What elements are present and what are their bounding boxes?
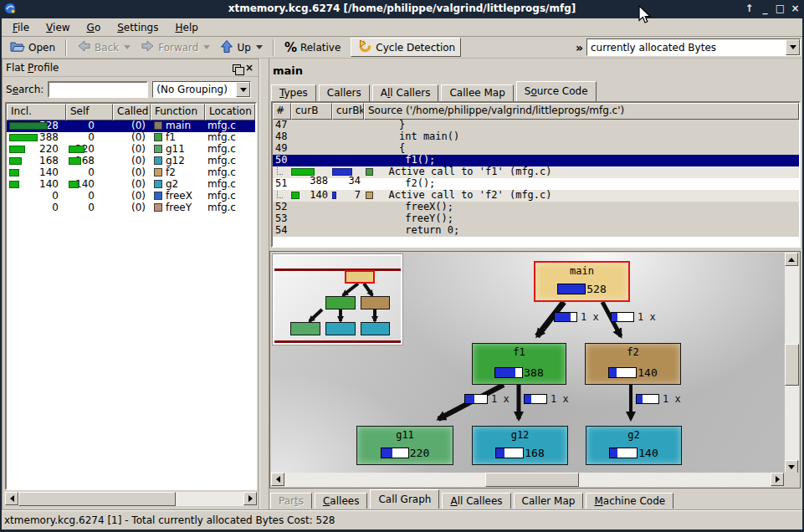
tab-callees[interactable]: Callees	[315, 493, 367, 509]
source-call-row[interactable]: 1407 Active call to 'f2' (mfg.c)	[273, 190, 799, 202]
menu-view[interactable]: View	[38, 20, 77, 35]
scroll-left-icon[interactable]	[271, 473, 284, 486]
minimap-node	[361, 296, 390, 309]
back-dropdown-icon[interactable]	[124, 45, 131, 49]
column-header-incl[interactable]: Incl.	[7, 104, 66, 120]
column-header-called[interactable]: Called	[113, 104, 151, 120]
graph-vscrollbar[interactable]	[785, 253, 799, 473]
tab-caller-map[interactable]: Caller Map	[514, 493, 584, 509]
column-header-location[interactable]: Location	[205, 104, 255, 120]
source-line-row[interactable]: 48int main()	[273, 131, 799, 143]
back-button[interactable]: Back	[72, 38, 136, 57]
source-line-row[interactable]: 51 f2();	[273, 178, 799, 190]
source-line-row[interactable]: 53 freeY();	[273, 213, 799, 225]
cycle-detection-button[interactable]: Cycle Detection	[351, 38, 461, 57]
table-row[interactable]: 168168(0)g12mfg.c	[7, 156, 255, 167]
up-button[interactable]: Up	[215, 38, 267, 57]
dock-title-bar[interactable]: Flat Profile ×	[3, 59, 259, 77]
forward-button[interactable]: Forward	[136, 38, 215, 57]
grouping-combobox[interactable]: (No Grouping)	[152, 81, 251, 98]
scrollbar-track[interactable]	[284, 473, 771, 487]
relative-toggle-button[interactable]: % Relative	[279, 38, 346, 57]
graph-node-g2[interactable]: g2140	[586, 426, 682, 465]
tab-callee-map[interactable]: Callee Map	[441, 84, 513, 101]
minimap-edge	[343, 284, 358, 295]
menu-file[interactable]: File	[5, 20, 37, 35]
edge-label-main-f2[interactable]: 1 x	[611, 311, 656, 323]
call-graph-canvas[interactable]: main528f1388f2140g11220g12168g2140 1 x1 …	[271, 253, 785, 473]
search-input[interactable]	[48, 81, 148, 98]
tab-all-callees[interactable]: All Callees	[442, 493, 510, 509]
cost-type-combobox[interactable]: currently allocated Bytes	[586, 38, 801, 56]
graph-node-main[interactable]: main528	[534, 261, 630, 302]
menu-go[interactable]: Go	[79, 20, 109, 35]
graph-node-g12[interactable]: g12168	[472, 426, 568, 465]
source-column-header[interactable]: curB	[291, 103, 332, 120]
scroll-right-icon[interactable]	[243, 492, 257, 505]
graph-node-g11[interactable]: g11220	[356, 426, 453, 465]
tab-source-code[interactable]: Source Code	[516, 81, 597, 101]
scroll-down-icon[interactable]	[785, 460, 798, 473]
combo-dropdown-icon[interactable]	[236, 82, 250, 97]
source-line-row[interactable]: 50 f1();	[273, 155, 799, 166]
source-line-row[interactable]: 52 freeX();	[273, 202, 799, 213]
scroll-right-icon[interactable]	[771, 473, 784, 486]
table-row[interactable]: 1400(0)f2mfg.c	[7, 167, 255, 179]
title-bar[interactable]: xtmemory.kcg.6274 [/home/philippe/valgri…	[0, 0, 804, 18]
scrollbar-thumb[interactable]	[18, 492, 176, 506]
source-line-row[interactable]: 47}	[273, 120, 799, 131]
edge-label-main-f1[interactable]: 1 x	[554, 311, 599, 323]
source-line-row[interactable]: 54 return 0;	[273, 225, 799, 237]
source-call-row[interactable]: 38834 Active call to 'f1' (mfg.c)	[273, 166, 799, 178]
tab-parts: Parts	[270, 493, 312, 509]
close-icon[interactable]: ×	[788, 2, 802, 16]
edge-label-f2-g2[interactable]: 1 x	[636, 393, 681, 405]
keep-above-icon[interactable]: ↑	[742, 2, 756, 16]
function-color-swatch	[154, 192, 162, 200]
column-header-function[interactable]: Function	[151, 104, 205, 120]
column-header-self[interactable]: Self	[66, 104, 113, 120]
source-line-row[interactable]: 49{	[273, 143, 799, 155]
edge-label-f1-g12[interactable]: 1 x	[524, 393, 569, 405]
scrollbar-track[interactable]	[18, 492, 243, 506]
source-column-header[interactable]: #	[273, 103, 291, 120]
table-row[interactable]: 00(0)freeXmfg.c	[7, 191, 255, 202]
table-row[interactable]: 140140(0)g2mfg.c	[7, 179, 255, 191]
source-column-header[interactable]: curBk	[332, 103, 364, 120]
tab-call-graph[interactable]: Call Graph	[370, 489, 439, 509]
dock-float-icon[interactable]	[233, 64, 241, 72]
up-dropdown-icon[interactable]	[256, 45, 263, 49]
table-row[interactable]: 00(0)freeYmfg.c	[7, 202, 255, 214]
dock-close-icon[interactable]: ×	[243, 63, 255, 74]
panel-splitter[interactable]	[259, 59, 269, 510]
table-row[interactable]: 3880(0)f1mfg.c	[7, 132, 255, 144]
open-button[interactable]: Open	[5, 38, 60, 57]
minimize-icon[interactable]: _	[758, 2, 772, 16]
source-column-header[interactable]: Source ('/home/philippe/valgrind/littlep…	[364, 103, 799, 120]
menu-settings[interactable]: Settings	[110, 20, 166, 35]
scroll-left-icon[interactable]	[5, 492, 18, 505]
menu-help[interactable]: Help	[167, 20, 205, 35]
tab-callers[interactable]: Callers	[319, 84, 370, 101]
table-row[interactable]: 5280(0)mainmfg.c	[7, 120, 255, 132]
tab-types[interactable]: Types	[271, 84, 316, 101]
flat-profile-hscrollbar[interactable]	[5, 492, 257, 506]
graph-hscrollbar[interactable]	[271, 473, 784, 487]
tab-all-callers[interactable]: All Callers	[372, 84, 439, 101]
tab-machine-code[interactable]: Machine Code	[586, 493, 673, 509]
scrollbar-track[interactable]	[785, 266, 799, 460]
table-row[interactable]: 220220(0)g11mfg.c	[7, 144, 255, 156]
graph-overview-minimap[interactable]	[273, 254, 402, 345]
toolbar-overflow-chevron[interactable]: »	[576, 41, 583, 54]
maximize-icon[interactable]: □	[773, 2, 787, 16]
scrollbar-thumb[interactable]	[785, 344, 799, 386]
scroll-up-icon[interactable]	[785, 253, 798, 266]
scrollbar-thumb[interactable]	[485, 473, 579, 487]
graph-node-f2[interactable]: f2140	[585, 343, 681, 385]
graph-node-f1[interactable]: f1388	[472, 343, 566, 385]
combo-dropdown-icon[interactable]	[786, 39, 800, 55]
edge-label-f1-g11[interactable]: 1 x	[464, 393, 510, 405]
forward-dropdown-icon[interactable]	[203, 45, 210, 49]
node-label: g11	[357, 429, 453, 441]
forward-arrow-icon	[141, 39, 155, 55]
